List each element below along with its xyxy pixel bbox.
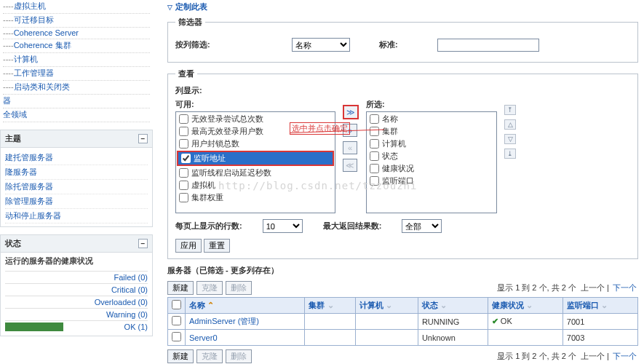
ok-icon: ✔ <box>492 317 501 325</box>
status-link[interactable]: Failed (0) <box>114 273 148 282</box>
move-up-button[interactable]: △ <box>504 119 516 130</box>
move-down-button[interactable]: ▽ <box>504 134 516 144</box>
available-label: 可用: <box>175 99 335 110</box>
row-checkbox[interactable] <box>172 332 181 341</box>
pager-next-link[interactable]: 下一个 <box>613 283 637 292</box>
view-fieldset: 查看 列显示: 可用: 无效登录尝试总次数最高无效登录用户数用户封锁总数监听地址… <box>167 68 638 259</box>
available-item[interactable]: 无效登录尝试总次数 <box>176 113 335 125</box>
delete-button[interactable]: 删除 <box>226 281 252 295</box>
available-item[interactable]: 监听线程启动延迟秒数 <box>176 167 335 179</box>
chosen-item-checkbox[interactable] <box>370 176 379 186</box>
chosen-item[interactable]: 集群 <box>367 125 496 138</box>
server-name-link[interactable]: AdminServer (管理) <box>189 317 259 325</box>
available-item-checkbox[interactable] <box>179 114 188 124</box>
column-header[interactable]: 健康状况 ⌄ <box>492 301 533 309</box>
tree-item[interactable]: ----启动类和关闭类 <box>3 81 150 95</box>
sort-icon: ⌄ <box>327 301 334 309</box>
column-header[interactable]: 状态 ⌄ <box>422 301 447 309</box>
status-link[interactable]: Critical (0) <box>111 285 148 294</box>
filter-column-select[interactable]: 名称 <box>292 38 350 52</box>
tree-item[interactable]: 器 <box>3 95 150 108</box>
chosen-item-checkbox[interactable] <box>370 127 379 136</box>
available-item[interactable]: 监听地址 <box>177 151 334 166</box>
new-button[interactable]: 新建 <box>167 281 194 295</box>
reset-button[interactable]: 重置 <box>204 239 230 253</box>
topic-link[interactable]: 动和停止服务器 <box>5 211 61 220</box>
status-row: OK (1) <box>5 320 148 333</box>
available-item[interactable]: 最高无效登录用户数 <box>176 125 335 138</box>
table-row: Server0Unknown7003 <box>168 330 638 346</box>
tree-item[interactable]: ----工作管理器 <box>3 67 150 81</box>
available-item-checkbox[interactable] <box>179 168 188 178</box>
new-button-bottom[interactable]: 新建 <box>167 349 194 363</box>
topic-link[interactable]: 建托管服务器 <box>5 153 53 162</box>
tree-item[interactable]: 全领域 <box>3 108 150 122</box>
chosen-listbox[interactable]: 名称集群计算机状态健康状况监听端口 <box>366 111 497 213</box>
status-link[interactable]: Overloaded (0) <box>95 298 148 306</box>
tree-item[interactable]: ----虚拟主机 <box>3 0 150 14</box>
server-name-link[interactable]: Server0 <box>189 333 218 342</box>
available-item-checkbox[interactable] <box>179 193 188 202</box>
rows-per-page-select[interactable]: 10 <box>263 219 303 233</box>
chosen-item[interactable]: 状态 <box>367 150 496 162</box>
topic-link[interactable]: 除管理服务器 <box>5 197 53 205</box>
move-left-button[interactable]: « <box>343 141 357 154</box>
filter-criteria-input[interactable] <box>437 39 539 52</box>
row-checkbox[interactable] <box>172 316 181 325</box>
collapse-icon[interactable]: − <box>138 134 148 143</box>
available-item-checkbox[interactable] <box>179 127 188 136</box>
chosen-item[interactable]: 健康状况 <box>367 162 496 175</box>
chosen-item-checkbox[interactable] <box>370 114 379 124</box>
tree-item[interactable]: ----计算机 <box>3 53 150 67</box>
chosen-item-checkbox[interactable] <box>370 139 379 149</box>
status-row: Overloaded (0) <box>5 296 148 308</box>
pager-next-link[interactable]: 下一个 <box>613 352 637 360</box>
tree-item[interactable]: ----Coherence 集群 <box>3 39 150 53</box>
filter-fieldset: 筛选器 按列筛选: 名称 标准: <box>167 17 638 63</box>
pager-bottom: 显示 1 到 2 个, 共 2 个 上一个 | 下一个 <box>497 351 638 362</box>
move-left-all-button[interactable]: ≪ <box>343 159 357 172</box>
available-item[interactable]: 用户封锁总数 <box>176 138 335 150</box>
apply-button[interactable]: 应用 <box>175 239 202 253</box>
servers-table: 名称 ⌃集群 ⌄计算机 ⌄状态 ⌄健康状况 ⌄监听端口 ⌄ AdminServe… <box>167 297 638 346</box>
delete-button-bottom[interactable]: 删除 <box>226 349 252 363</box>
tree-item[interactable]: ----Coherence Server <box>3 28 150 39</box>
sort-icon: ⌄ <box>526 301 533 309</box>
available-item-checkbox[interactable] <box>179 139 188 149</box>
available-listbox[interactable]: 无效登录尝试总次数最高无效登录用户数用户封锁总数监听地址监听线程启动延迟秒数虚拟… <box>175 111 335 213</box>
column-header[interactable]: 监听端口 ⌄ <box>567 301 608 309</box>
column-header[interactable]: 计算机 ⌄ <box>359 301 392 309</box>
status-link[interactable]: Warning (0) <box>106 310 148 319</box>
chosen-item[interactable]: 监听端口 <box>367 175 496 187</box>
move-top-button[interactable]: ⤒ <box>504 105 516 115</box>
collapse-icon[interactable]: − <box>138 239 148 248</box>
topic-link[interactable]: 除托管服务器 <box>5 182 53 191</box>
rows-per-page-label: 每页上显示的行数: <box>175 221 242 232</box>
move-right-all-button[interactable]: ≫ <box>343 105 359 119</box>
available-item-checkbox[interactable] <box>181 154 191 163</box>
column-header[interactable]: 名称 ⌃ <box>189 301 214 309</box>
move-bottom-button[interactable]: ⤓ <box>504 149 516 159</box>
available-item[interactable]: 虚拟机 <box>176 179 335 191</box>
move-right-button[interactable]: » <box>343 124 357 137</box>
sort-asc-icon: ⌃ <box>207 301 214 309</box>
chosen-item[interactable]: 计算机 <box>367 138 496 150</box>
status-link[interactable]: OK (1) <box>124 323 148 331</box>
clone-button[interactable]: 克隆 <box>196 281 223 295</box>
available-item-checkbox[interactable] <box>179 181 188 190</box>
select-all-checkbox[interactable] <box>172 300 181 309</box>
status-panel-header: 状态 − <box>0 234 153 253</box>
topic-title: 主题 <box>5 133 21 144</box>
column-header[interactable]: 集群 ⌄ <box>309 301 333 309</box>
tree-item[interactable]: ----可迁移目标 <box>3 14 150 28</box>
topic-link[interactable]: 隆服务器 <box>5 167 37 176</box>
table-row: AdminServer (管理)RUNNING✔ OK7001 <box>168 314 638 330</box>
available-item[interactable]: 集群权重 <box>176 191 335 204</box>
maxret-select[interactable]: 全部 <box>402 219 442 233</box>
chosen-item[interactable]: 名称 <box>367 113 496 125</box>
clone-button-bottom[interactable]: 克隆 <box>196 349 223 363</box>
chosen-item-checkbox[interactable] <box>370 151 379 161</box>
chosen-item-checkbox[interactable] <box>370 164 379 173</box>
customize-table-toggle[interactable]: ▽ 定制此表 <box>167 1 207 12</box>
pager-top: 显示 1 到 2 个, 共 2 个 上一个 | 下一个 <box>497 282 638 293</box>
